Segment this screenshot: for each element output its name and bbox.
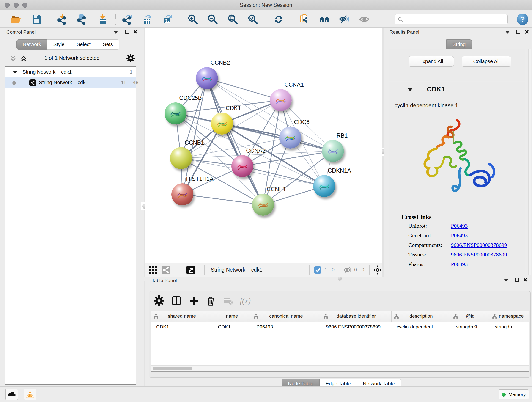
collapse-section-icon[interactable] bbox=[408, 88, 413, 91]
table-cell[interactable]: stringdb bbox=[490, 322, 529, 332]
network-canvas[interactable]: CCNB2CCNA1CDC25BCDK1CDC6RB1CCNB1CCNA2CDK… bbox=[145, 27, 382, 277]
network-collection-row[interactable]: String Network – cdk1 1 bbox=[6, 67, 136, 77]
collapse-icon[interactable] bbox=[13, 71, 17, 74]
import-network-from-database-icon[interactable] bbox=[76, 14, 88, 25]
network-row[interactable]: String Network – cdk1 11 48 bbox=[6, 77, 136, 88]
column-header-canonical-name[interactable]: canonical name bbox=[251, 311, 321, 322]
network-edge[interactable] bbox=[182, 194, 263, 205]
help-button[interactable]: ? bbox=[517, 13, 528, 25]
zoom-in-icon[interactable] bbox=[187, 14, 198, 25]
table-hscrollbar-thumb[interactable] bbox=[152, 367, 192, 370]
network-node-ccna2[interactable] bbox=[231, 155, 253, 177]
show-columns-icon[interactable] bbox=[171, 295, 182, 306]
collapse-all-button[interactable]: Collapse All bbox=[462, 56, 511, 67]
cloud-status-button[interactable] bbox=[6, 389, 18, 400]
control-tab-sets[interactable]: Sets bbox=[97, 39, 119, 50]
home-networks-icon[interactable] bbox=[319, 14, 330, 25]
network-node-ccne1[interactable] bbox=[252, 194, 274, 216]
close-panel-icon[interactable] bbox=[523, 278, 527, 282]
float-panel-icon[interactable] bbox=[504, 279, 508, 282]
network-node-cdc25b[interactable] bbox=[165, 102, 186, 124]
network-edge[interactable] bbox=[207, 78, 281, 100]
crosslink-link[interactable]: 9606.ENSP00000378699 bbox=[451, 242, 507, 248]
zoom-out-icon[interactable] bbox=[207, 14, 218, 25]
table-cell[interactable]: CDK1 bbox=[151, 322, 213, 332]
protein-thumbnail bbox=[236, 160, 249, 173]
export-network-icon[interactable] bbox=[122, 14, 133, 25]
crosslink-link[interactable]: P06493 bbox=[451, 223, 468, 229]
table-cell[interactable]: cyclin-dependent ... bbox=[392, 322, 451, 332]
expand-all-button[interactable]: Expand All bbox=[409, 56, 454, 67]
crosslink-link[interactable]: 9606.ENSP00000378699 bbox=[451, 252, 507, 258]
hidden-eye-icon[interactable] bbox=[343, 265, 352, 274]
table-settings-gear-icon[interactable] bbox=[154, 295, 164, 306]
network-node-cdk1[interactable] bbox=[211, 113, 233, 134]
import-table-icon[interactable] bbox=[97, 14, 108, 25]
import-network-icon[interactable] bbox=[57, 14, 68, 25]
network-view-icon[interactable] bbox=[161, 265, 171, 274]
grid-view-icon[interactable] bbox=[149, 265, 158, 274]
node-table[interactable]: shared namenamecanonical namedatabase id… bbox=[151, 311, 529, 371]
warnings-button[interactable] bbox=[24, 389, 36, 400]
protein-thumbnail bbox=[318, 180, 331, 193]
table-hscrollbar[interactable] bbox=[151, 365, 529, 371]
open-in-window-icon[interactable] bbox=[186, 265, 195, 274]
search-input[interactable] bbox=[405, 15, 506, 24]
table-cell[interactable]: stringdb:9... bbox=[451, 322, 490, 332]
network-options-gear-icon[interactable] bbox=[127, 54, 135, 62]
network-view[interactable]: CCNB2CCNA1CDC25BCDK1CDC6RB1CCNB1CCNA2CDK… bbox=[145, 27, 382, 263]
gene-section-header[interactable]: CDK1 bbox=[389, 82, 525, 97]
birds-eye-view-icon[interactable] bbox=[373, 265, 383, 275]
new-network-from-selection-icon[interactable] bbox=[299, 14, 310, 25]
network-edge[interactable] bbox=[242, 166, 324, 186]
column-header-shared-name[interactable]: shared name bbox=[151, 311, 213, 322]
column-header-database-identifier[interactable]: database identifier bbox=[321, 311, 392, 322]
network-node-hist1h1a[interactable] bbox=[171, 183, 193, 205]
column-header-name[interactable]: name bbox=[213, 311, 251, 322]
show-all-icon[interactable] bbox=[359, 14, 370, 25]
node-label: CCNB1 bbox=[185, 139, 204, 146]
control-tab-style[interactable]: Style bbox=[47, 39, 71, 50]
results-scrollbar[interactable] bbox=[528, 49, 531, 275]
export-image-icon[interactable] bbox=[162, 14, 173, 25]
add-column-icon[interactable] bbox=[189, 295, 199, 306]
maximize-panel-icon[interactable] bbox=[125, 30, 129, 34]
search-box[interactable] bbox=[394, 14, 508, 24]
column-header-description[interactable]: description bbox=[392, 311, 451, 322]
selected-checkbox-icon[interactable] bbox=[314, 266, 322, 274]
float-panel-icon[interactable] bbox=[505, 31, 510, 34]
zoom-selected-icon[interactable] bbox=[247, 14, 259, 25]
results-tab-string[interactable]: String bbox=[446, 39, 472, 50]
refresh-icon[interactable] bbox=[273, 14, 284, 25]
table-cell[interactable]: P06493 bbox=[251, 322, 321, 332]
column-header-namespace[interactable]: namespace bbox=[490, 311, 529, 322]
close-panel-icon[interactable] bbox=[525, 30, 529, 34]
network-node-ccna1[interactable] bbox=[270, 89, 292, 111]
table-cell[interactable]: CDK1 bbox=[213, 322, 251, 332]
float-panel-icon[interactable] bbox=[114, 31, 118, 34]
network-edge[interactable] bbox=[207, 78, 263, 205]
column-header--id[interactable]: @id bbox=[451, 311, 490, 322]
close-panel-icon[interactable] bbox=[133, 30, 138, 34]
export-table-icon[interactable] bbox=[142, 14, 152, 25]
control-tab-select[interactable]: Select bbox=[71, 39, 97, 50]
memory-button[interactable]: Memory bbox=[499, 389, 529, 400]
hide-unselected-icon[interactable] bbox=[339, 14, 350, 25]
network-node-rb1[interactable] bbox=[322, 140, 344, 162]
delete-column-icon[interactable] bbox=[206, 295, 216, 306]
network-node-cdkn1a[interactable] bbox=[313, 175, 335, 197]
control-tab-network[interactable]: Network bbox=[17, 39, 47, 50]
right-splitter[interactable] bbox=[382, 27, 384, 277]
maximize-panel-icon[interactable] bbox=[516, 30, 520, 34]
maximize-panel-icon[interactable] bbox=[515, 278, 519, 282]
save-session-icon[interactable] bbox=[31, 14, 42, 25]
table-cell[interactable]: 9606.ENSP00000378699 bbox=[321, 322, 392, 332]
network-node-cdc6[interactable] bbox=[279, 127, 301, 148]
crosslink-link[interactable]: P06493 bbox=[451, 232, 468, 239]
open-session-icon[interactable] bbox=[11, 14, 22, 25]
crosslink-link[interactable]: P06493 bbox=[451, 261, 468, 268]
network-node-ccnb1[interactable] bbox=[170, 147, 192, 169]
zoom-fit-icon[interactable] bbox=[227, 14, 238, 25]
network-node-ccnb2[interactable] bbox=[196, 67, 218, 89]
table-panel: Table Panel bbox=[145, 281, 532, 386]
